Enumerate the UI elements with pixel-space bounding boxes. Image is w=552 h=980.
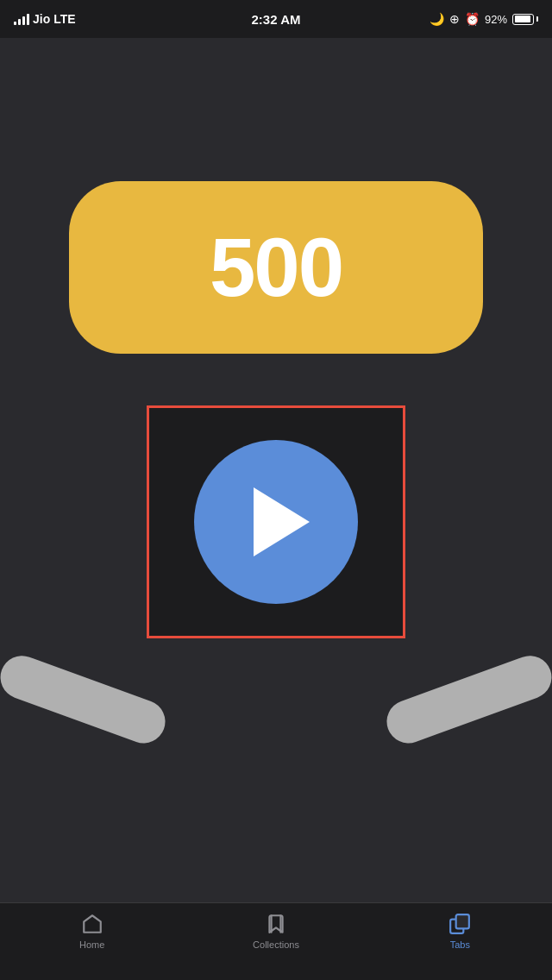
play-button-container[interactable] — [147, 405, 405, 638]
tab-home-label: Home — [79, 939, 104, 950]
tabs-icon — [448, 912, 472, 936]
play-button[interactable] — [194, 440, 358, 604]
tab-bar: Home Collections Tabs — [0, 902, 552, 980]
home-icon — [80, 912, 104, 936]
status-bar-left: Jio LTE — [14, 12, 76, 26]
signal-strength-icon — [14, 13, 29, 25]
carrier-label: Jio — [33, 12, 50, 26]
flipper-right[interactable] — [380, 650, 552, 749]
tab-tabs[interactable]: Tabs — [368, 912, 552, 950]
main-content: 500 — [0, 38, 552, 902]
play-icon — [254, 487, 310, 556]
do-not-disturb-icon: 🌙 — [430, 12, 444, 26]
rotation-lock-icon: ⊕ — [449, 12, 460, 26]
tab-home[interactable]: Home — [0, 912, 184, 950]
tab-collections-label: Collections — [253, 939, 299, 950]
alarm-icon: ⏰ — [465, 12, 480, 26]
tab-tabs-label: Tabs — [450, 939, 470, 950]
status-bar-right: 🌙 ⊕ ⏰ 92% — [430, 12, 538, 26]
svg-rect-3 — [456, 914, 469, 928]
flipper-left[interactable] — [0, 650, 172, 749]
battery-percent-label: 92% — [485, 13, 507, 26]
score-badge: 500 — [69, 181, 483, 354]
status-bar: Jio LTE 2:32 AM 🌙 ⊕ ⏰ 92% — [0, 0, 552, 38]
collections-icon — [264, 912, 288, 936]
flippers-container — [0, 673, 552, 759]
network-type-label: LTE — [53, 12, 75, 26]
tab-collections[interactable]: Collections — [184, 912, 367, 950]
time-label: 2:32 AM — [252, 12, 301, 27]
battery-icon — [512, 14, 538, 25]
score-value: 500 — [210, 220, 342, 315]
